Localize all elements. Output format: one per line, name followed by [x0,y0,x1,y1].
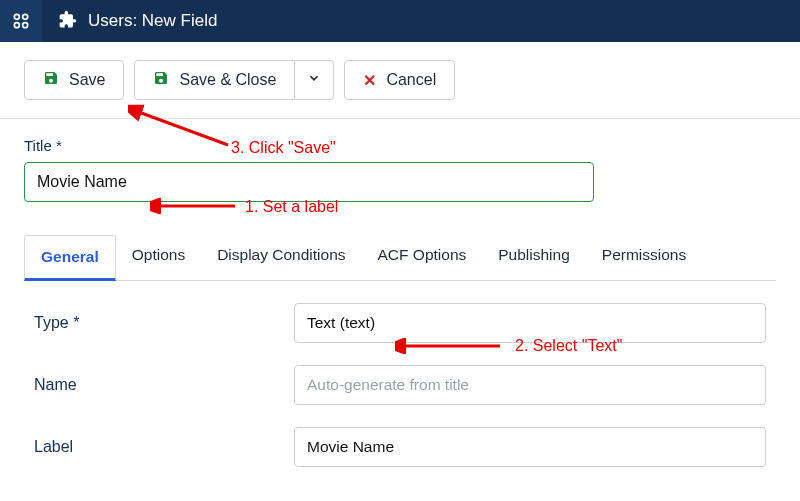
chevron-down-icon [307,71,321,89]
joomla-logo-icon [0,0,42,42]
save-close-button[interactable]: Save & Close [134,60,295,100]
title-label: Title * [24,137,776,154]
cancel-button-label: Cancel [386,71,436,89]
svg-point-0 [14,14,19,19]
cancel-icon: ✕ [363,71,376,90]
save-icon [43,70,59,90]
row-name: Name [34,365,766,405]
tab-acf-options[interactable]: ACF Options [362,234,483,280]
app-header: Users: New Field [0,0,800,42]
save-close-button-label: Save & Close [179,71,276,89]
name-label: Name [34,376,294,394]
name-input[interactable] [294,365,766,405]
tab-permissions[interactable]: Permissions [586,234,702,280]
label-label: Label [34,438,294,456]
page-title: Users: New Field [88,11,217,31]
puzzle-icon [58,10,78,33]
row-label: Label [34,427,766,467]
svg-point-3 [23,23,28,28]
type-select[interactable]: Text (text) [294,303,766,343]
svg-point-1 [23,14,28,19]
save-button-label: Save [69,71,105,89]
cancel-button[interactable]: ✕ Cancel [344,60,455,100]
form-body: Type * Text (text) Name Label [24,281,776,467]
content-area: Title * General Options Display Conditio… [0,119,800,467]
tab-options[interactable]: Options [116,234,201,280]
tab-general[interactable]: General [24,235,116,281]
tab-bar: General Options Display Conditions ACF O… [24,234,776,281]
row-type: Type * Text (text) [34,303,766,343]
svg-point-2 [14,23,19,28]
tab-publishing[interactable]: Publishing [482,234,586,280]
save-close-group: Save & Close [134,60,334,100]
title-input[interactable] [24,162,594,202]
toolbar: Save Save & Close ✕ Cancel [0,42,800,119]
label-input[interactable] [294,427,766,467]
save-dropdown-toggle[interactable] [295,60,334,100]
save-icon [153,70,169,90]
type-label: Type * [34,314,294,332]
type-select-value: Text (text) [307,314,375,332]
save-button[interactable]: Save [24,60,124,100]
tab-display-conditions[interactable]: Display Conditions [201,234,361,280]
